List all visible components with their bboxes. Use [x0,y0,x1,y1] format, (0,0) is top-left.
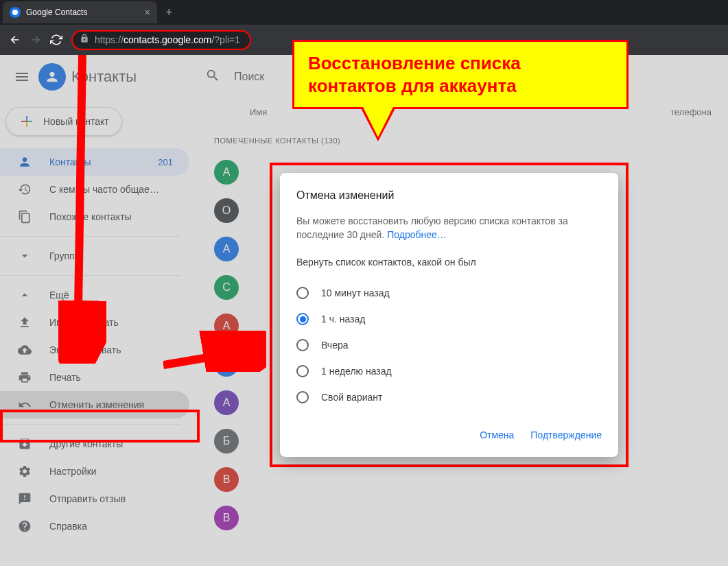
radio-icon [296,313,309,325]
radio-icon [296,287,309,299]
radio-label: 1 ч. назад [321,314,365,325]
close-tab-icon[interactable]: × [145,7,150,18]
svg-line-0 [78,55,82,350]
confirm-button[interactable]: Подтверждение [530,429,602,440]
lock-icon [80,34,89,46]
radio-icon [296,339,309,351]
tab-title: Google Contacts [26,8,139,17]
svg-line-1 [163,350,253,365]
forward-button[interactable] [26,30,45,49]
url: https://contacts.google.com/?pli=1 [95,34,240,45]
new-tab-button[interactable]: + [165,5,173,20]
radio-label: 10 минут назад [321,287,390,298]
browser-tab[interactable]: Google Contacts × [3,1,157,23]
dialog-highlight: Отмена изменений Вы можете восстановить … [270,163,629,467]
radio-icon [296,391,309,403]
annotation-highlight [0,410,200,443]
radio-label: 1 неделю назад [321,366,392,377]
radio-option[interactable]: 1 ч. назад [296,306,602,332]
dialog-description: Вы можете восстановить любую версию спис… [296,214,602,241]
radio-label: Вчера [321,340,349,351]
callout-text: Восстановление списка контактов для акка… [308,52,613,97]
learn-more-link[interactable]: Подробнее… [387,229,447,240]
browser-tabs: Google Contacts × + [0,0,728,25]
dialog-title: Отмена изменений [296,189,602,202]
restore-options: 10 минут назад1 ч. назадВчера1 неделю на… [296,280,602,410]
cancel-button[interactable]: Отмена [480,429,514,440]
dialog-subtitle: Вернуть список контактов, какой он был [296,257,602,268]
address-bar[interactable]: https://contacts.google.com/?pli=1 [71,30,251,50]
dialog-actions: Отмена Подтверждение [296,429,602,440]
radio-option[interactable]: Свой вариант [296,384,602,410]
annotation-arrow-1 [58,55,106,364]
radio-option[interactable]: Вчера [296,332,602,358]
reload-button[interactable] [47,30,66,49]
radio-option[interactable]: 1 неделю назад [296,358,602,384]
favicon [10,7,21,18]
undo-dialog: Отмена изменений Вы можете восстановить … [280,173,618,457]
back-button[interactable] [5,30,25,49]
radio-icon [296,365,309,377]
radio-option[interactable]: 10 минут назад [296,280,602,306]
annotation-arrow-2 [163,331,266,372]
annotation-callout: Восстановление списка контактов для акка… [292,40,629,109]
radio-label: Свой вариант [321,392,383,403]
